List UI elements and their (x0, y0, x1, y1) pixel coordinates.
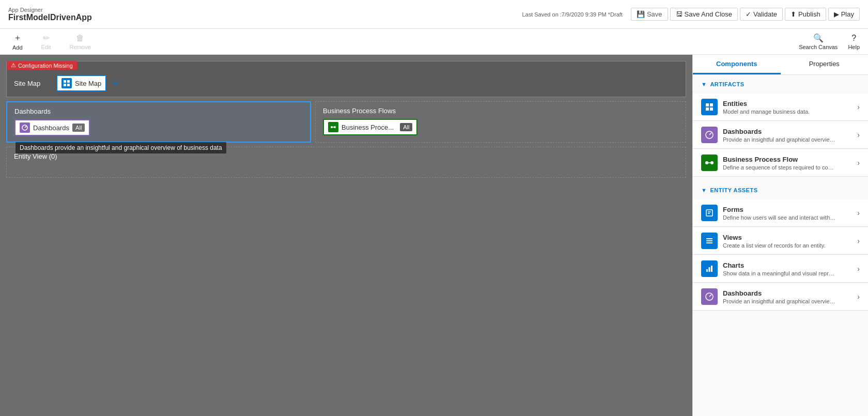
site-map-row: ⚠ Configuration Missing Site Map Site Ma… (6, 61, 686, 97)
views-component[interactable]: Views Create a list view of records for … (693, 227, 868, 255)
components-tab[interactable]: Components (693, 55, 781, 74)
warning-icon: ⚠ (11, 62, 16, 69)
help-icon: ? (851, 34, 856, 43)
views-name: Views (723, 234, 852, 241)
svg-rect-16 (706, 240, 712, 241)
charts-chevron-icon: › (857, 265, 860, 273)
dashboards-artifact-name: Dashboards (723, 128, 852, 135)
save-icon: 💾 (637, 10, 645, 18)
bpf-chip[interactable]: Business Proce... All (323, 119, 417, 135)
dashboards-artifact-chevron-icon: › (857, 131, 860, 139)
entities-name: Entities (723, 100, 852, 107)
remove-button[interactable]: 🗑 Remove (66, 32, 95, 52)
dashboards-chip-label: Dashboards (33, 124, 69, 132)
svg-rect-14 (706, 210, 712, 216)
svg-rect-20 (711, 266, 712, 272)
forms-chevron-icon: › (857, 209, 860, 217)
views-text: Views Create a list view of records for … (723, 234, 852, 249)
validate-icon: ✓ (746, 10, 751, 18)
dashboards-entity-asset-component[interactable]: Dashboards Provide an insightful and gra… (693, 283, 868, 311)
charts-component[interactable]: Charts Show data in a meaningful and vis… (693, 255, 868, 283)
entity-assets-arrow-icon: ▼ (701, 187, 707, 193)
svg-rect-9 (706, 107, 709, 111)
search-icon: 🔍 (813, 33, 824, 43)
forms-icon (701, 205, 718, 221)
play-icon: ▶ (834, 10, 839, 18)
entity-assets-section: ▼ ENTITY ASSETS (693, 181, 868, 199)
site-map-chip-label: Site Map (75, 80, 101, 87)
main-area: ⚠ Configuration Missing Site Map Site Ma… (0, 55, 868, 416)
config-missing-banner: ⚠ Configuration Missing (7, 61, 77, 70)
dashboards-artifact-icon (701, 127, 718, 143)
entities-component[interactable]: Entities Model and manage business data.… (693, 94, 868, 121)
dashboards-chip[interactable]: Dashboards All Dashboards provide an ins… (14, 119, 90, 136)
edit-button[interactable]: ✏ Edit (37, 31, 55, 52)
section-divider (311, 101, 315, 143)
site-map-chip-icon (61, 78, 72, 88)
dashboards-entity-asset-chevron-icon: › (857, 292, 860, 301)
toolbar-right: 🔍 Search Canvas ? Help (799, 33, 860, 50)
site-map-label: Site Map (14, 80, 50, 87)
bpf-component[interactable]: Business Process Flow Define a sequence … (693, 149, 868, 177)
views-desc: Create a list view of records for an ent… (723, 242, 836, 249)
bpf-all-label: All (400, 123, 412, 131)
edit-icon: ✏ (43, 33, 50, 43)
svg-rect-2 (64, 84, 66, 86)
dashboards-section[interactable]: Dashboards Dashboards All Dashboards pro… (6, 101, 311, 143)
svg-point-12 (705, 161, 708, 164)
header-right: Last Saved on :7/9/2020 9:39 PM *Draft 💾… (522, 8, 860, 21)
publish-icon: ⬆ (791, 10, 796, 18)
artifacts-title[interactable]: ▼ ARTIFACTS (701, 81, 860, 87)
save-close-icon: 🖫 (676, 10, 683, 18)
search-canvas-button[interactable]: 🔍 Search Canvas (799, 33, 838, 50)
help-button[interactable]: ? Help (848, 34, 860, 50)
publish-button[interactable]: ⬆ Publish (785, 8, 826, 21)
bpf-artifact-chevron-icon: › (857, 159, 860, 167)
header-left: App Designer FirstModelDrivenApp (8, 7, 92, 22)
entities-icon (701, 99, 718, 115)
entities-text: Entities Model and manage business data. (723, 100, 852, 115)
svg-point-5 (331, 126, 333, 128)
svg-rect-19 (709, 267, 710, 272)
add-icon: ＋ (13, 33, 22, 43)
dashboards-component[interactable]: Dashboards Provide an insightful and gra… (693, 121, 868, 149)
panel-tabs: Components Properties (693, 55, 868, 75)
bpf-chip-label: Business Proce... (342, 124, 394, 131)
dashboards-entity-asset-name: Dashboards (723, 289, 852, 297)
validate-button[interactable]: ✓ Validate (740, 8, 783, 21)
content-row: Dashboards Dashboards All Dashboards pro… (6, 101, 686, 143)
bpf-artifact-icon (701, 155, 718, 171)
svg-rect-0 (64, 80, 66, 83)
bpf-label: Business Process Flows (323, 107, 678, 115)
views-chevron-icon: › (857, 237, 860, 245)
toolbar: ＋ Add ✏ Edit 🗑 Remove 🔍 Search Canvas ? … (0, 29, 868, 55)
charts-icon (701, 260, 718, 277)
toolbar-left: ＋ Add ✏ Edit 🗑 Remove (8, 30, 95, 53)
forms-component[interactable]: Forms Define how users will see and inte… (693, 199, 868, 227)
entity-assets-title[interactable]: ▼ ENTITY ASSETS (701, 187, 860, 193)
forms-text: Forms Define how users will see and inte… (723, 206, 852, 221)
bpf-section[interactable]: Business Process Flows Business Proce...… (315, 101, 686, 143)
header: App Designer FirstModelDrivenApp Last Sa… (0, 0, 868, 29)
save-and-close-button[interactable]: 🖫 Save And Close (670, 8, 738, 21)
svg-rect-18 (706, 269, 708, 272)
artifacts-arrow-icon: ▼ (701, 81, 707, 87)
add-button[interactable]: ＋ Add (8, 30, 27, 53)
site-map-edit-icon[interactable]: ✏ (113, 79, 119, 87)
charts-name: Charts (723, 261, 852, 269)
forms-name: Forms (723, 206, 852, 213)
bpf-artifact-name: Business Process Flow (723, 156, 852, 163)
dashboards-all-label: All (72, 124, 85, 132)
canvas: ⚠ Configuration Missing Site Map Site Ma… (0, 55, 692, 416)
entities-desc: Model and manage business data. (723, 109, 836, 115)
dashboards-chip-icon (20, 122, 30, 133)
svg-rect-10 (710, 107, 713, 111)
charts-desc: Show data in a meaningful and visual rep… (723, 270, 836, 276)
svg-rect-15 (706, 238, 712, 239)
play-button[interactable]: ▶ Play (828, 8, 860, 21)
properties-tab[interactable]: Properties (781, 55, 869, 74)
save-button[interactable]: 💾 Save (631, 8, 668, 21)
dashboards-artifact-desc: Provide an insightful and graphical over… (723, 136, 836, 143)
site-map-chip[interactable]: Site Map (56, 75, 106, 91)
dashboards-entity-asset-icon (701, 288, 718, 305)
